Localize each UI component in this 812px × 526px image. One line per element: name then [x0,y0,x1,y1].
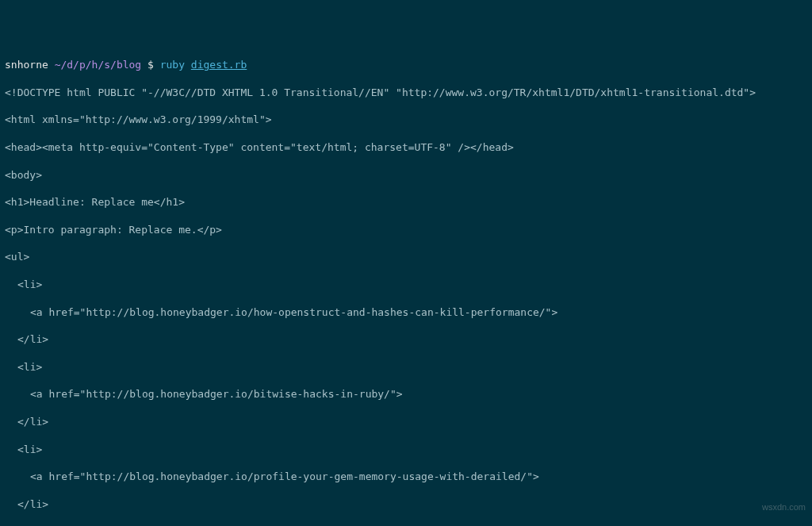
output-line: <h1>Headline: Replace me</h1> [5,195,807,209]
watermark-text: wsxdn.com [762,501,806,514]
output-line: <li> [5,443,807,456]
output-line: </li> [5,332,807,346]
prompt-path: ~/d/p/h/s/blog [55,59,142,71]
output-line: <a href="http://blog.honeybadger.io/how-… [5,305,807,319]
prompt-user: snhorne [5,59,48,71]
prompt-dollar: $ [147,59,154,71]
output-line: <li> [5,360,807,374]
output-line: <body> [5,168,807,182]
output-line: <!DOCTYPE html PUBLIC "-//W3C//DTD XHTML… [5,86,807,99]
output-line: <p>Intro paragraph: Replace me.</p> [5,223,807,236]
command-arg: digest.rb [191,59,247,71]
output-line: <li> [5,278,807,291]
command-name: ruby [160,59,185,71]
output-line: <head><meta http-equiv="Content-Type" co… [5,140,807,154]
output-line: <a href="http://blog.honeybadger.io/prof… [5,470,807,483]
shell-prompt[interactable]: snhorne ~/d/p/h/s/blog $ ruby digest.rb [5,58,807,71]
output-line: <html xmlns="http://www.w3.org/1999/xhtm… [5,113,807,126]
output-line: </li> [5,415,807,428]
output-line: <ul> [5,250,807,263]
output-line: </li> [5,497,807,511]
output-line: <a href="http://blog.honeybadger.io/bitw… [5,387,807,401]
